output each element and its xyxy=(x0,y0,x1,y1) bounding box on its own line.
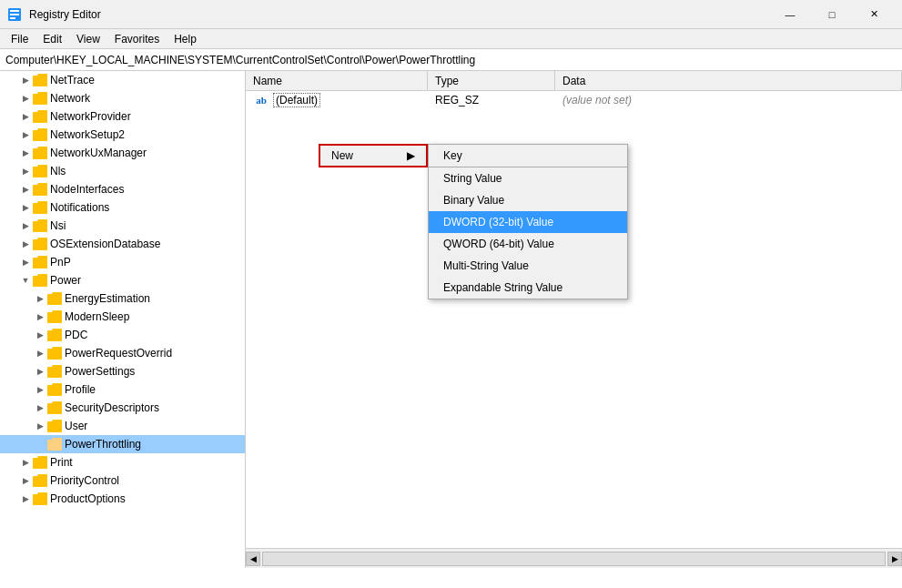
expander-network[interactable]: ▶ xyxy=(18,91,33,106)
tree-item-prioritycontrol[interactable]: ▶ PriorityControl xyxy=(0,471,245,490)
tree-item-modernsleep[interactable]: ▶ ModernSleep xyxy=(0,308,245,326)
col-header-data: Data xyxy=(555,71,902,90)
maximize-button[interactable]: □ xyxy=(811,0,853,29)
scroll-track[interactable] xyxy=(262,552,886,566)
tree-item-osextdb[interactable]: ▶ OSExtensionDatabase xyxy=(0,235,245,253)
tree-item-power[interactable]: ▼ Power xyxy=(0,271,245,289)
folder-icon-print xyxy=(33,456,47,469)
folder-icon-profile xyxy=(47,383,62,396)
tree-label-powersettings: PowerSettings xyxy=(65,365,135,378)
tree-item-energyestimation[interactable]: ▶ EnergyEstimation xyxy=(0,289,245,308)
title-bar-left: Registry Editor xyxy=(7,7,101,22)
expander-nsi[interactable]: ▶ xyxy=(18,218,33,233)
address-bar: Computer\HKEY_LOCAL_MACHINE\SYSTEM\Curre… xyxy=(0,49,902,71)
expander-powerrequestoverride[interactable]: ▶ xyxy=(33,346,47,360)
expander-print[interactable]: ▶ xyxy=(18,455,33,470)
folder-icon-nsi xyxy=(33,219,47,232)
tree-label-modernsleep: ModernSleep xyxy=(65,310,129,323)
tree-item-print[interactable]: ▶ Print xyxy=(0,453,245,471)
tree-item-profile[interactable]: ▶ Profile xyxy=(0,380,245,399)
data-type-default: REG_SZ xyxy=(428,91,555,109)
right-panel: Name Type Data ab (Default) REG_SZ (valu… xyxy=(246,71,902,568)
expander-productoptions[interactable]: ▶ xyxy=(18,492,33,506)
new-button[interactable]: New ▶ xyxy=(319,144,428,167)
tree-item-nodeinterfaces[interactable]: ▶ NodeInterfaces xyxy=(0,180,245,198)
tree-item-powerthrottling[interactable]: ▶ PowerThrottling xyxy=(0,435,245,453)
submenu-item-qword-value[interactable]: QWORD (64-bit) Value xyxy=(429,233,627,255)
expander-nls[interactable]: ▶ xyxy=(18,164,33,178)
submenu-item-dword-value[interactable]: DWORD (32-bit) Value xyxy=(429,211,627,233)
expander-energyestimation[interactable]: ▶ xyxy=(33,291,47,306)
menu-help[interactable]: Help xyxy=(167,31,204,47)
tree-item-powersettings[interactable]: ▶ PowerSettings xyxy=(0,362,245,380)
tree-item-nsi[interactable]: ▶ Nsi xyxy=(0,217,245,235)
expander-pnp[interactable]: ▶ xyxy=(18,255,33,269)
expander-user[interactable]: ▶ xyxy=(33,419,47,433)
tree-label-pdc: PDC xyxy=(65,329,87,341)
tree-item-networkuxmanager[interactable]: ▶ NetworkUxManager xyxy=(0,144,245,162)
expander-powersettings[interactable]: ▶ xyxy=(33,364,47,379)
tree-label-productoptions: ProductOptions xyxy=(50,492,126,505)
close-button[interactable]: ✕ xyxy=(853,0,895,29)
expander-pdc[interactable]: ▶ xyxy=(33,328,47,342)
tree-item-networksetup2[interactable]: ▶ NetworkSetup2 xyxy=(0,126,245,144)
submenu-item-binary-value[interactable]: Binary Value xyxy=(429,189,627,211)
folder-icon-osextdb xyxy=(33,238,47,250)
folder-icon-nodeinterfaces xyxy=(33,183,47,196)
expander-securitydescriptors[interactable]: ▶ xyxy=(33,400,47,415)
expander-networksetup2[interactable]: ▶ xyxy=(18,127,33,142)
folder-icon-modernsleep xyxy=(47,310,62,323)
submenu-item-key[interactable]: Key xyxy=(429,145,627,167)
tree-label-profile: Profile xyxy=(65,383,96,396)
scroll-left-button[interactable]: ◀ xyxy=(246,552,260,566)
expander-modernsleep[interactable]: ▶ xyxy=(33,309,47,324)
tree-item-nettrace[interactable]: ▶ NetTrace xyxy=(0,71,245,89)
menu-edit[interactable]: Edit xyxy=(35,31,69,47)
expander-prioritycontrol[interactable]: ▶ xyxy=(18,473,33,488)
scroll-right-button[interactable]: ▶ xyxy=(887,552,902,566)
data-name-default: ab (Default) xyxy=(246,91,428,109)
tree-label-powerthrottling: PowerThrottling xyxy=(65,438,141,451)
tree-item-nls[interactable]: ▶ Nls xyxy=(0,162,245,180)
menu-file[interactable]: File xyxy=(4,31,35,47)
folder-icon-powerrequestoverride xyxy=(47,347,62,360)
tree-panel[interactable]: ▶ NetTrace ▶ Network ▶ NetworkProvider ▶… xyxy=(0,71,246,568)
svg-rect-2 xyxy=(10,14,19,15)
tree-label-nsi: Nsi xyxy=(50,219,66,232)
tree-label-networkuxmanager: NetworkUxManager xyxy=(50,147,147,159)
folder-icon-prioritycontrol xyxy=(33,474,47,487)
expander-networkuxmanager[interactable]: ▶ xyxy=(18,146,33,160)
tree-item-powerrequestoverride[interactable]: ▶ PowerRequestOverrid xyxy=(0,344,245,362)
expander-notifications[interactable]: ▶ xyxy=(18,200,33,215)
expander-osextdb[interactable]: ▶ xyxy=(18,237,33,251)
menu-view[interactable]: View xyxy=(69,31,107,47)
expander-power[interactable]: ▼ xyxy=(18,273,33,288)
expander-nettrace[interactable]: ▶ xyxy=(18,73,33,87)
tree-item-notifications[interactable]: ▶ Notifications xyxy=(0,198,245,217)
tree-item-network[interactable]: ▶ Network xyxy=(0,89,245,107)
expander-nodeinterfaces[interactable]: ▶ xyxy=(18,182,33,197)
tree-item-securitydescriptors[interactable]: ▶ SecurityDescriptors xyxy=(0,399,245,417)
tree-item-productoptions[interactable]: ▶ ProductOptions xyxy=(0,490,245,508)
minimize-button[interactable]: — xyxy=(769,0,811,29)
folder-icon-pnp xyxy=(33,256,47,269)
new-menu-wrapper: New ▶ Key String Value Binary Value DWOR… xyxy=(319,144,428,167)
tree-item-user[interactable]: ▶ User xyxy=(0,417,245,435)
folder-icon-power xyxy=(33,274,47,287)
submenu-item-multi-string[interactable]: Multi-String Value xyxy=(429,255,627,277)
submenu-item-string-value[interactable]: String Value xyxy=(429,167,627,189)
tree-item-pdc[interactable]: ▶ PDC xyxy=(0,326,245,344)
expander-profile[interactable]: ▶ xyxy=(33,382,47,397)
folder-icon-network xyxy=(33,92,47,105)
menu-favorites[interactable]: Favorites xyxy=(107,31,167,47)
data-row-default[interactable]: ab (Default) REG_SZ (value not set) xyxy=(246,91,902,109)
ab-icon: ab xyxy=(253,94,269,106)
folder-icon-powerthrottling xyxy=(47,438,62,451)
tree-item-pnp[interactable]: ▶ PnP xyxy=(0,253,245,271)
tree-item-networkprovider[interactable]: ▶ NetworkProvider xyxy=(0,107,245,126)
col-header-type: Type xyxy=(428,71,555,90)
svg-rect-1 xyxy=(10,10,19,12)
expander-networkprovider[interactable]: ▶ xyxy=(18,109,33,124)
submenu-item-expandable-string[interactable]: Expandable String Value xyxy=(429,277,627,299)
main-content: ▶ NetTrace ▶ Network ▶ NetworkProvider ▶… xyxy=(0,71,902,568)
